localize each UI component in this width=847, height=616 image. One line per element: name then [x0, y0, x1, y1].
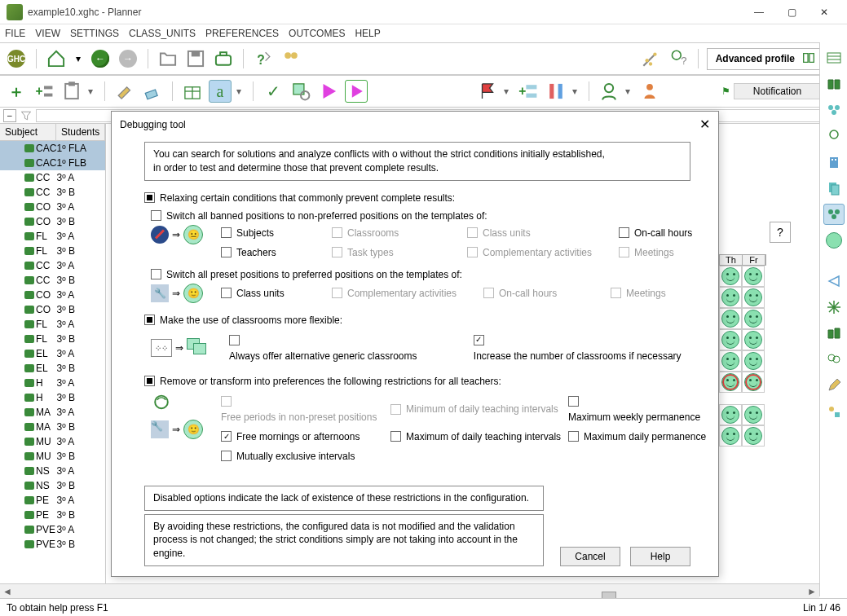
menu-file[interactable]: FILE	[5, 28, 25, 39]
add-icon[interactable]: ＋	[5, 80, 28, 103]
side-face-icon[interactable]	[823, 230, 845, 251]
opt-free-ma[interactable]	[221, 431, 232, 442]
col-students[interactable]: Students	[56, 124, 105, 140]
columns-icon[interactable]	[545, 80, 567, 103]
side-book-icon[interactable]	[823, 73, 845, 95]
funnel-icon[interactable]	[20, 109, 33, 122]
table-row[interactable]: CO3º A	[0, 200, 105, 214]
grid-building-icon[interactable]	[181, 80, 204, 103]
side-docs-icon[interactable]	[823, 178, 845, 199]
forward-button[interactable]: →	[117, 47, 139, 70]
menu-preferences[interactable]: PREFERENCES	[205, 28, 279, 39]
opt-teachers[interactable]	[221, 247, 232, 257]
side-pencil-icon[interactable]	[823, 375, 845, 396]
switch-banned-check[interactable]	[151, 210, 161, 221]
teacher-icon[interactable]	[598, 80, 620, 103]
menu-help[interactable]: HELP	[355, 28, 380, 39]
table-row[interactable]: EL3º A	[0, 346, 105, 361]
opt-b-classunits[interactable]	[221, 288, 232, 298]
home-icon[interactable]	[45, 47, 68, 70]
table-row[interactable]: MU3º B	[0, 449, 105, 464]
add-rows-icon[interactable]: +	[33, 80, 55, 103]
side-people-icon[interactable]	[823, 99, 845, 121]
filter-minus[interactable]: –	[3, 109, 16, 122]
dialog-close-icon[interactable]: ✕	[699, 117, 710, 132]
table-row[interactable]: FL3º B	[0, 332, 105, 346]
day-fr[interactable]: Fr	[743, 255, 765, 265]
text-a-icon[interactable]: a	[209, 80, 232, 103]
section3-check[interactable]	[144, 376, 155, 386]
ghc-button[interactable]: GHC	[5, 47, 28, 70]
wizard-icon[interactable]	[639, 47, 662, 70]
eraser-icon[interactable]	[141, 80, 164, 103]
highlight-icon[interactable]	[113, 80, 136, 103]
table-row[interactable]: MA3º A	[0, 405, 105, 420]
opt-inc-classrooms[interactable]	[474, 335, 484, 345]
table-row[interactable]: NS3º B	[0, 478, 105, 493]
opt-subjects[interactable]	[221, 227, 232, 238]
check-icon[interactable]: ✓	[262, 80, 285, 103]
table-row[interactable]: CC3º B	[0, 185, 105, 200]
help-tip-icon[interactable]: ?	[252, 47, 275, 70]
table-row[interactable]: MU3º A	[0, 434, 105, 449]
side-books-icon[interactable]	[823, 323, 845, 344]
add-grid-icon[interactable]: +	[517, 80, 540, 103]
play-pink-icon[interactable]	[317, 80, 340, 103]
table-row[interactable]: FL3º A	[0, 229, 105, 244]
table-row[interactable]: FL3º A	[0, 317, 105, 332]
table-row[interactable]: H3º B	[0, 390, 105, 405]
side-heads-icon[interactable]	[823, 349, 845, 370]
table-row[interactable]: MA3º B	[0, 420, 105, 434]
table-row[interactable]: CO3º A	[0, 288, 105, 302]
table-row[interactable]: FL3º B	[0, 244, 105, 258]
table-row[interactable]: CC3º A	[0, 258, 105, 273]
table-row[interactable]: EL3º B	[0, 361, 105, 376]
menu-settings[interactable]: SETTINGS	[70, 28, 119, 39]
open-icon[interactable]	[157, 47, 179, 70]
side-triangle-icon[interactable]	[823, 271, 845, 292]
menu-outcomes[interactable]: OUTCOMES	[289, 28, 345, 39]
play-boxed-icon[interactable]	[345, 80, 368, 103]
opt-max-daily[interactable]	[390, 431, 401, 442]
table-row[interactable]: PVE3º B	[0, 537, 105, 552]
side-building-icon[interactable]	[823, 152, 845, 173]
opt-mutex[interactable]	[221, 451, 232, 461]
book-icon[interactable]	[801, 51, 816, 68]
opt-max-weekly[interactable]	[568, 396, 579, 407]
flag-red-icon[interactable]	[476, 80, 499, 103]
home-dropdown-icon[interactable]: ▾	[73, 47, 84, 70]
switch-preset-check[interactable]	[151, 269, 161, 279]
section1-check[interactable]	[144, 192, 155, 203]
search-class-icon[interactable]	[289, 80, 312, 103]
help-button[interactable]: Help	[630, 547, 690, 566]
table-row[interactable]: NS3º A	[0, 464, 105, 478]
table-row[interactable]: CO3º B	[0, 214, 105, 229]
opt-alt-classrooms[interactable]	[229, 335, 240, 345]
back-button[interactable]: ←	[89, 47, 112, 70]
col-subject[interactable]: Subject	[0, 124, 56, 140]
table-row[interactable]: H3º A	[0, 376, 105, 390]
clipboard-icon[interactable]	[60, 80, 83, 103]
opt-max-dailyp[interactable]	[568, 431, 579, 442]
menu-view[interactable]: VIEW	[35, 28, 60, 39]
menu-classunits[interactable]: CLASS_UNITS	[129, 28, 196, 39]
section2-check[interactable]	[144, 315, 155, 325]
day-th[interactable]: Th	[720, 255, 743, 265]
users-icon[interactable]	[280, 47, 302, 70]
cancel-button[interactable]: Cancel	[560, 547, 620, 566]
table-row[interactable]: CC3º B	[0, 273, 105, 288]
save-icon[interactable]	[184, 47, 207, 70]
profile-head-icon[interactable]: ?	[667, 47, 690, 70]
table-row[interactable]: CC3º A	[0, 170, 105, 185]
side-grid-icon[interactable]	[823, 47, 845, 68]
table-row[interactable]: PE3º B	[0, 508, 105, 522]
side-task-icon[interactable]	[823, 401, 845, 422]
table-row[interactable]: CO3º B	[0, 302, 105, 317]
minimize-button[interactable]: —	[743, 0, 775, 24]
opt-oncall[interactable]	[619, 227, 629, 238]
help-cell-icon[interactable]: ?	[770, 222, 791, 243]
close-button[interactable]: ✕	[808, 0, 840, 24]
side-people-sel-icon[interactable]	[823, 204, 845, 225]
side-head-icon[interactable]	[823, 125, 845, 147]
table-row[interactable]: CAC1º FLA	[0, 141, 105, 156]
